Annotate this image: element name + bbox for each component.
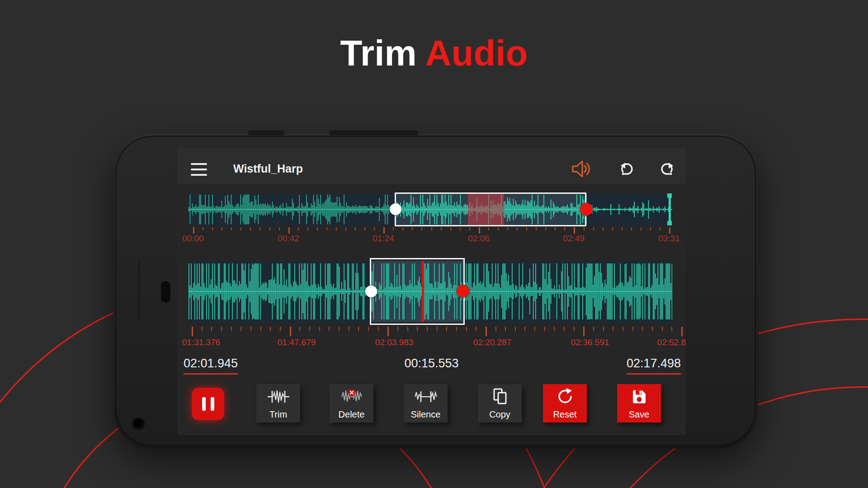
volume-icon[interactable] (570, 159, 592, 179)
timeline-label: 02:49 (542, 234, 605, 244)
delete-button-label: Delete (330, 409, 373, 420)
pause-icon (211, 397, 214, 411)
page-title-white: Trim (340, 33, 417, 73)
track-end-marker (667, 193, 672, 198)
pause-button[interactable] (192, 388, 224, 420)
silence-button[interactable]: Silence (404, 384, 448, 422)
selection-length: 00:15.553 (177, 357, 686, 371)
pause-icon (202, 397, 206, 411)
track-end-marker (667, 221, 672, 225)
reset-button-label: Reset (543, 409, 587, 420)
zoom-selection-frame[interactable] (370, 258, 465, 325)
app-toolbar: Wistful_Harp (177, 148, 686, 184)
selection-end-time[interactable]: 02:17.498 (627, 357, 681, 371)
delete-waveform-icon (330, 386, 373, 408)
overview-start-handle[interactable] (390, 203, 401, 215)
timeline-label: 01:47.679 (265, 338, 328, 347)
promo-canvas: Trim Audio Wistful_Harp (0, 0, 868, 488)
timeline-label: 00:00 (177, 234, 225, 244)
copy-button-label: Copy (478, 409, 522, 420)
silence-button-label: Silence (404, 409, 448, 420)
zoom-end-handle[interactable] (457, 285, 469, 297)
phone-earpiece (161, 281, 170, 303)
save-button-label: Save (617, 409, 661, 420)
trim-waveform-icon (256, 386, 300, 408)
reset-icon (543, 386, 587, 408)
overview-selection-frame[interactable] (395, 192, 586, 226)
delete-button[interactable]: Delete (330, 384, 373, 422)
zoom-start-handle[interactable] (365, 286, 377, 297)
timeline-label: 02:20.287 (461, 338, 524, 347)
page-title: Trim Audio (0, 33, 868, 74)
menu-button[interactable] (191, 163, 207, 176)
copy-button[interactable]: Copy (478, 384, 522, 422)
timeline-label: 01:31.376 (177, 338, 233, 347)
timeline-label: 03:31 (637, 234, 686, 244)
trim-button[interactable]: Trim (256, 384, 300, 422)
overview-ruler (189, 227, 672, 234)
overview-end-handle[interactable] (580, 203, 593, 216)
app-screen: Wistful_Harp (177, 148, 686, 435)
timeline-label: 00:42 (257, 234, 320, 244)
phone-antenna-line (138, 260, 140, 321)
silence-waveform-icon (404, 386, 448, 408)
phone-mockup: Wistful_Harp (113, 134, 758, 448)
redo-icon[interactable] (658, 160, 675, 178)
save-icon (617, 386, 661, 408)
selection-times: 02:01.945 00:15.553 02:17.498 (177, 357, 686, 375)
timeline-label: 02:36.591 (558, 338, 622, 347)
zoom-ruler (189, 327, 672, 337)
page-title-red: Audio (425, 33, 528, 73)
timeline-label: 01:24 (352, 234, 415, 244)
timeline-label: 02:06 (447, 234, 510, 244)
track-title: Wistful_Harp (233, 162, 303, 175)
phone-power-button (248, 130, 285, 136)
trim-button-label: Trim (256, 409, 300, 420)
save-button[interactable]: Save (617, 384, 661, 422)
overview-timeline-labels: 00:00 00:42 01:24 02:06 02:49 03:31 (177, 234, 686, 244)
zoom-timeline-labels: 01:31.376 01:47.679 02:03.983 02:20.287 … (177, 338, 686, 348)
copy-icon (478, 386, 522, 408)
undo-icon[interactable] (618, 160, 636, 178)
timeline-label: 02:03.983 (363, 338, 426, 347)
reset-button[interactable]: Reset (543, 384, 587, 422)
phone-front-camera (132, 418, 145, 430)
phone-volume-rocker (329, 130, 419, 136)
timeline-label: 02:52.8 (636, 338, 686, 347)
